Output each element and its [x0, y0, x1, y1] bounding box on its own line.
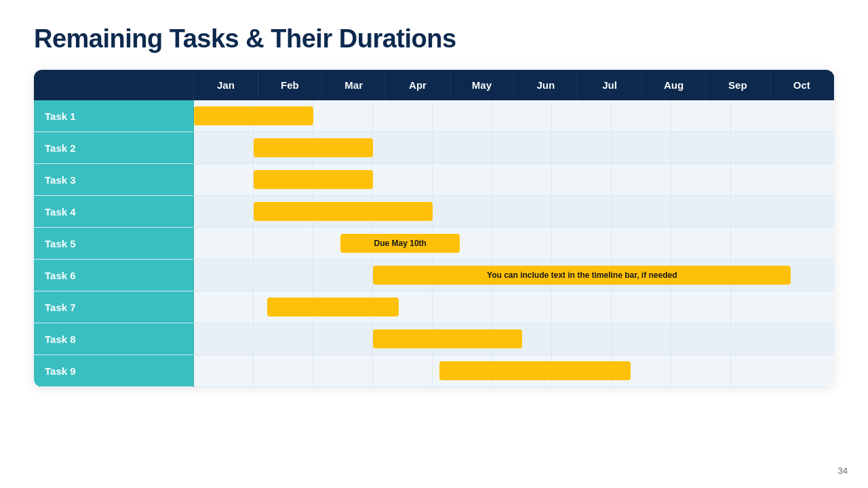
header-apr: Apr — [386, 70, 450, 100]
task-name-cell: Task 2 — [34, 132, 194, 164]
bar-cell — [194, 164, 834, 196]
gantt-bar — [373, 329, 522, 348]
header-feb: Feb — [258, 70, 321, 100]
task-name-cell: Task 7 — [34, 291, 194, 323]
table-row: Task 8 — [34, 323, 834, 355]
task-name-cell: Task 5 — [34, 228, 194, 260]
gantt-wrapper: Jan Feb Mar Apr May Jun Jul Aug Sep Oct … — [34, 70, 834, 387]
gantt-table: Jan Feb Mar Apr May Jun Jul Aug Sep Oct … — [34, 70, 834, 387]
table-row: Task 4 — [34, 196, 834, 228]
page-title: Remaining Tasks & Their Durations — [34, 24, 834, 54]
table-row: Task 7 — [34, 291, 834, 323]
bar-cell — [194, 132, 834, 164]
page-number: 34 — [838, 466, 848, 476]
gantt-bar — [254, 138, 373, 157]
task-name-cell: Task 8 — [34, 323, 194, 355]
gantt-header-row: Jan Feb Mar Apr May Jun Jul Aug Sep Oct — [34, 70, 834, 100]
table-row: Task 6You can include text in the timeli… — [34, 260, 834, 291]
gantt-bar — [194, 106, 313, 125]
table-row: Task 3 — [34, 164, 834, 196]
header-mar: Mar — [322, 70, 386, 100]
gantt-bar — [439, 361, 631, 380]
header-aug: Aug — [642, 70, 705, 100]
header-may: May — [450, 70, 513, 100]
bar-cell — [194, 196, 834, 228]
gantt-bar — [254, 202, 433, 221]
header-sep: Sep — [706, 70, 770, 100]
header-jul: Jul — [578, 70, 642, 100]
bar-cell — [194, 100, 834, 132]
task-name-cell: Task 1 — [34, 100, 194, 132]
table-row: Task 2 — [34, 132, 834, 164]
table-row: Task 1 — [34, 100, 834, 132]
table-row: Task 5Due May 10th — [34, 228, 834, 260]
task-name-cell: Task 9 — [34, 355, 194, 387]
gantt-bar — [267, 298, 399, 317]
bar-cell — [194, 291, 834, 323]
bar-cell: Due May 10th — [194, 228, 834, 260]
task-name-cell: Task 6 — [34, 260, 194, 291]
bar-cell — [194, 323, 834, 355]
gantt-bar: You can include text in the timeline bar… — [373, 266, 791, 285]
page-container: Remaining Tasks & Their Durations Jan Fe… — [0, 0, 868, 488]
gantt-bar: Due May 10th — [340, 234, 460, 253]
task-name-cell: Task 3 — [34, 164, 194, 196]
header-jan: Jan — [194, 70, 258, 100]
header-oct: Oct — [770, 70, 833, 100]
header-task-col — [34, 70, 194, 100]
task-name-cell: Task 4 — [34, 196, 194, 228]
bar-cell — [194, 355, 834, 387]
table-row: Task 9 — [34, 355, 834, 387]
header-jun: Jun — [514, 70, 578, 100]
bar-cell: You can include text in the timeline bar… — [194, 260, 834, 291]
gantt-bar — [254, 170, 373, 189]
